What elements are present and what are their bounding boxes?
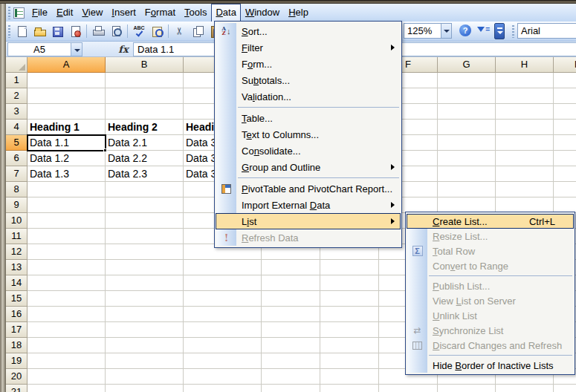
filter-menu-item[interactable]: Filter <box>216 39 401 56</box>
permission-button[interactable] <box>66 23 84 40</box>
cell-a8[interactable] <box>27 182 106 197</box>
column-header-i[interactable]: I <box>554 57 576 73</box>
group-and-outline-menu-item[interactable]: Group and Outline <box>216 159 401 175</box>
list-menu-item[interactable]: List <box>216 213 401 229</box>
row-header-14[interactable]: 14 <box>6 275 27 291</box>
excel-workbook-icon[interactable] <box>13 7 25 19</box>
cell-i21[interactable] <box>554 385 576 392</box>
cell-g8[interactable] <box>438 182 496 197</box>
help-button[interactable]: ? <box>459 24 471 36</box>
column-header-g[interactable]: G <box>438 57 496 73</box>
text-to-columns-menu-item[interactable]: Text to Columns... <box>216 126 401 143</box>
cell-e14[interactable] <box>320 275 379 291</box>
cell-g7[interactable] <box>438 166 496 182</box>
row-header-1[interactable]: 1 <box>6 73 27 88</box>
row-header-12[interactable]: 12 <box>6 244 27 260</box>
pivottable-and-pivotchart-report-menu-item[interactable]: PivotTable and PivotChart Report... <box>216 180 401 197</box>
row-header-18[interactable]: 18 <box>6 338 27 353</box>
cell-b17[interactable] <box>106 322 184 338</box>
row-header-17[interactable]: 17 <box>6 322 27 338</box>
cell-a15[interactable] <box>27 291 106 307</box>
cell-c16[interactable] <box>184 307 262 322</box>
cell-i6[interactable] <box>554 151 576 166</box>
menubar-item-insert[interactable]: Insert <box>107 4 140 22</box>
cell-b3[interactable] <box>106 104 184 120</box>
cell-e19[interactable] <box>320 353 379 369</box>
cell-i2[interactable] <box>554 88 576 104</box>
menubar-item-format[interactable]: Format <box>140 4 180 22</box>
row-header-4[interactable]: 4 <box>6 120 27 135</box>
cell-e13[interactable] <box>320 260 379 275</box>
column-header-b[interactable]: B <box>106 57 184 73</box>
column-header-h[interactable]: H <box>496 57 554 73</box>
toolbar-grip-handle[interactable] <box>8 25 10 38</box>
cell-d21[interactable] <box>262 385 320 392</box>
cell-b11[interactable] <box>106 229 184 244</box>
cell-b12[interactable] <box>106 244 184 260</box>
row-header-8[interactable]: 8 <box>6 182 27 197</box>
validation-menu-item[interactable]: Validation... <box>216 88 401 105</box>
cell-h8[interactable] <box>496 182 554 197</box>
cell-e17[interactable] <box>320 322 379 338</box>
form-menu-item[interactable]: Form... <box>216 56 401 72</box>
cell-a20[interactable] <box>27 369 106 385</box>
cell-b10[interactable] <box>106 213 184 229</box>
insert-function-button[interactable]: fx <box>114 44 133 55</box>
menubar-item-help[interactable]: Help <box>284 4 313 22</box>
cell-g3[interactable] <box>438 104 496 120</box>
cell-b7[interactable]: Data 2.3 <box>106 166 184 182</box>
cell-e18[interactable] <box>320 338 379 353</box>
cell-a18[interactable] <box>27 338 106 353</box>
row-header-2[interactable]: 2 <box>6 88 27 104</box>
spelling-button[interactable] <box>130 23 148 40</box>
cell-b4[interactable]: Heading 2 <box>106 120 184 135</box>
open-button[interactable] <box>30 23 48 40</box>
cell-c19[interactable] <box>184 353 262 369</box>
cell-h6[interactable] <box>496 151 554 166</box>
row-header-15[interactable]: 15 <box>6 291 27 307</box>
cell-b18[interactable] <box>106 338 184 353</box>
menubar-item-edit[interactable]: Edit <box>52 4 77 22</box>
cell-h3[interactable] <box>496 104 554 120</box>
cell-b21[interactable] <box>106 385 184 392</box>
table-menu-item[interactable]: Table... <box>216 110 401 126</box>
new-button[interactable] <box>13 23 30 40</box>
cell-e16[interactable] <box>320 307 379 322</box>
menubar-item-view[interactable]: View <box>77 4 107 22</box>
menubar-item-data[interactable]: Data <box>211 4 240 22</box>
row-header-13[interactable]: 13 <box>6 260 27 275</box>
cell-a1[interactable] <box>27 73 106 88</box>
cell-g5[interactable] <box>438 135 496 151</box>
cell-h2[interactable] <box>496 88 554 104</box>
print-button[interactable] <box>89 23 107 40</box>
cell-b19[interactable] <box>106 353 184 369</box>
save-button[interactable] <box>48 23 66 40</box>
cell-f21[interactable] <box>379 385 438 392</box>
cell-d18[interactable] <box>262 338 320 353</box>
fill-handle[interactable] <box>103 148 107 152</box>
cell-d16[interactable] <box>262 307 320 322</box>
sort-menu-item[interactable]: AZ↓Sort... <box>216 23 401 39</box>
cell-h4[interactable] <box>496 120 554 135</box>
select-all-corner[interactable] <box>6 57 27 73</box>
cell-g2[interactable] <box>438 88 496 104</box>
cell-a17[interactable] <box>27 322 106 338</box>
cell-e15[interactable] <box>320 291 379 307</box>
row-header-11[interactable]: 11 <box>6 229 27 244</box>
cell-h1[interactable] <box>496 73 554 88</box>
cell-a14[interactable] <box>27 275 106 291</box>
cell-a10[interactable] <box>27 213 106 229</box>
zoom-dropdown-arrow-icon[interactable] <box>441 24 451 38</box>
row-header-5[interactable]: 5 <box>6 135 27 151</box>
row-header-20[interactable]: 20 <box>6 369 27 385</box>
cell-a4[interactable]: Heading 1 <box>27 120 106 135</box>
subtotals-menu-item[interactable]: Subtotals... <box>216 72 401 88</box>
cell-d20[interactable] <box>262 369 320 385</box>
cell-a12[interactable] <box>27 244 106 260</box>
cell-c20[interactable] <box>184 369 262 385</box>
cell-a3[interactable] <box>27 104 106 120</box>
cell-h7[interactable] <box>496 166 554 182</box>
formatting-toolbar-grip-handle[interactable] <box>512 25 514 38</box>
row-header-16[interactable]: 16 <box>6 307 27 322</box>
cell-b13[interactable] <box>106 260 184 275</box>
